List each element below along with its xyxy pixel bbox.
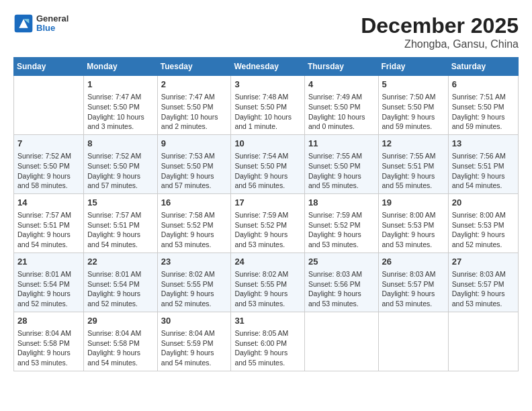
day-cell: 22Sunrise: 8:01 AMSunset: 5:54 PMDayligh…: [84, 253, 158, 312]
day-content: Sunrise: 7:58 AMSunset: 5:52 PMDaylight:…: [161, 210, 228, 250]
header-cell-sunday: Sunday: [14, 58, 84, 76]
day-cell: 25Sunrise: 8:03 AMSunset: 5:56 PMDayligh…: [304, 253, 378, 312]
header-cell-monday: Monday: [84, 58, 158, 76]
calendar-subtitle: Zhongba, Gansu, China: [361, 38, 519, 50]
day-cell: 13Sunrise: 7:56 AMSunset: 5:51 PMDayligh…: [448, 134, 518, 193]
day-content: Sunrise: 7:57 AMSunset: 5:51 PMDaylight:…: [87, 210, 154, 250]
day-content: Sunrise: 8:04 AMSunset: 5:59 PMDaylight:…: [161, 328, 228, 368]
day-content: Sunrise: 7:55 AMSunset: 5:51 PMDaylight:…: [382, 151, 445, 191]
day-content: Sunrise: 7:52 AMSunset: 5:50 PMDaylight:…: [87, 151, 154, 191]
calendar-body: 1Sunrise: 7:47 AMSunset: 5:50 PMDaylight…: [14, 76, 519, 371]
day-cell: 5Sunrise: 7:50 AMSunset: 5:50 PMDaylight…: [378, 76, 448, 135]
day-content: Sunrise: 8:04 AMSunset: 5:58 PMDaylight:…: [17, 328, 80, 368]
day-cell: 16Sunrise: 7:58 AMSunset: 5:52 PMDayligh…: [157, 193, 231, 253]
day-number: 25: [308, 256, 375, 268]
day-cell: 30Sunrise: 8:04 AMSunset: 5:59 PMDayligh…: [157, 312, 231, 371]
day-cell: 26Sunrise: 8:03 AMSunset: 5:57 PMDayligh…: [378, 253, 448, 312]
day-cell: 1Sunrise: 7:47 AMSunset: 5:50 PMDaylight…: [84, 76, 158, 135]
day-number: 21: [17, 256, 80, 268]
day-number: 14: [17, 197, 80, 209]
day-cell: 12Sunrise: 7:55 AMSunset: 5:51 PMDayligh…: [378, 134, 448, 193]
day-content: Sunrise: 7:57 AMSunset: 5:51 PMDaylight:…: [17, 210, 80, 250]
day-cell: 24Sunrise: 8:02 AMSunset: 5:55 PMDayligh…: [231, 253, 305, 312]
day-number: 28: [17, 315, 80, 327]
day-number: 7: [17, 138, 80, 150]
day-content: Sunrise: 8:00 AMSunset: 5:53 PMDaylight:…: [452, 210, 515, 250]
header-cell-tuesday: Tuesday: [157, 58, 231, 76]
day-content: Sunrise: 8:02 AMSunset: 5:55 PMDaylight:…: [161, 269, 228, 309]
day-number: 19: [382, 197, 445, 209]
calendar-header: SundayMondayTuesdayWednesdayThursdayFrid…: [14, 58, 519, 76]
page-header: General Blue December 2025 Zhongba, Gans…: [13, 13, 519, 50]
title-block: December 2025 Zhongba, Gansu, China: [361, 13, 519, 50]
day-number: 24: [234, 256, 301, 268]
day-number: 31: [234, 315, 301, 327]
day-number: 5: [382, 79, 445, 91]
day-cell: 19Sunrise: 8:00 AMSunset: 5:53 PMDayligh…: [378, 193, 448, 253]
logo: General Blue: [13, 13, 69, 34]
day-number: 8: [87, 138, 154, 150]
day-content: Sunrise: 8:01 AMSunset: 5:54 PMDaylight:…: [87, 269, 154, 309]
header-cell-friday: Friday: [378, 58, 448, 76]
day-content: Sunrise: 8:03 AMSunset: 5:56 PMDaylight:…: [308, 269, 375, 309]
day-number: 16: [161, 197, 228, 209]
day-content: Sunrise: 7:50 AMSunset: 5:50 PMDaylight:…: [382, 92, 445, 132]
day-number: 30: [161, 315, 228, 327]
day-content: Sunrise: 7:56 AMSunset: 5:51 PMDaylight:…: [452, 151, 515, 191]
day-number: 9: [161, 138, 228, 150]
week-row-2: 7Sunrise: 7:52 AMSunset: 5:50 PMDaylight…: [14, 134, 519, 193]
week-row-4: 21Sunrise: 8:01 AMSunset: 5:54 PMDayligh…: [14, 253, 519, 312]
day-cell: 21Sunrise: 8:01 AMSunset: 5:54 PMDayligh…: [14, 253, 84, 312]
day-cell: [378, 312, 448, 371]
day-cell: 27Sunrise: 8:03 AMSunset: 5:57 PMDayligh…: [448, 253, 518, 312]
day-cell: 28Sunrise: 8:04 AMSunset: 5:58 PMDayligh…: [14, 312, 84, 371]
day-cell: 11Sunrise: 7:55 AMSunset: 5:50 PMDayligh…: [304, 134, 378, 193]
day-cell: 3Sunrise: 7:48 AMSunset: 5:50 PMDaylight…: [231, 76, 305, 135]
header-row: SundayMondayTuesdayWednesdayThursdayFrid…: [14, 58, 519, 76]
header-cell-saturday: Saturday: [448, 58, 518, 76]
day-number: 4: [308, 79, 375, 91]
day-cell: 29Sunrise: 8:04 AMSunset: 5:58 PMDayligh…: [84, 312, 158, 371]
day-number: 29: [87, 315, 154, 327]
day-number: 13: [452, 138, 515, 150]
day-number: 3: [234, 79, 301, 91]
day-cell: 23Sunrise: 8:02 AMSunset: 5:55 PMDayligh…: [157, 253, 231, 312]
day-cell: 7Sunrise: 7:52 AMSunset: 5:50 PMDaylight…: [14, 134, 84, 193]
day-content: Sunrise: 8:04 AMSunset: 5:58 PMDaylight:…: [87, 328, 154, 368]
day-number: 10: [234, 138, 301, 150]
day-number: 6: [452, 79, 515, 91]
calendar-title: December 2025: [361, 13, 519, 38]
day-cell: 20Sunrise: 8:00 AMSunset: 5:53 PMDayligh…: [448, 193, 518, 253]
day-content: Sunrise: 7:51 AMSunset: 5:50 PMDaylight:…: [452, 92, 515, 132]
header-cell-wednesday: Wednesday: [231, 58, 305, 76]
day-cell: 6Sunrise: 7:51 AMSunset: 5:50 PMDaylight…: [448, 76, 518, 135]
day-cell: 10Sunrise: 7:54 AMSunset: 5:50 PMDayligh…: [231, 134, 305, 193]
logo-icon: [13, 13, 34, 34]
day-number: 23: [161, 256, 228, 268]
day-content: Sunrise: 8:03 AMSunset: 5:57 PMDaylight:…: [382, 269, 445, 309]
day-content: Sunrise: 7:47 AMSunset: 5:50 PMDaylight:…: [161, 92, 228, 132]
day-cell: 4Sunrise: 7:49 AMSunset: 5:50 PMDaylight…: [304, 76, 378, 135]
day-number: 1: [87, 79, 154, 91]
day-cell: 2Sunrise: 7:47 AMSunset: 5:50 PMDaylight…: [157, 76, 231, 135]
logo-general: General: [36, 14, 69, 24]
week-row-1: 1Sunrise: 7:47 AMSunset: 5:50 PMDaylight…: [14, 76, 519, 135]
day-content: Sunrise: 7:53 AMSunset: 5:50 PMDaylight:…: [161, 151, 228, 191]
day-cell: 14Sunrise: 7:57 AMSunset: 5:51 PMDayligh…: [14, 193, 84, 253]
day-content: Sunrise: 8:00 AMSunset: 5:53 PMDaylight:…: [382, 210, 445, 250]
week-row-3: 14Sunrise: 7:57 AMSunset: 5:51 PMDayligh…: [14, 193, 519, 253]
calendar-table: SundayMondayTuesdayWednesdayThursdayFrid…: [13, 57, 519, 371]
day-content: Sunrise: 7:54 AMSunset: 5:50 PMDaylight:…: [234, 151, 301, 191]
day-number: 17: [234, 197, 301, 209]
day-number: 11: [308, 138, 375, 150]
logo-text: General Blue: [36, 14, 69, 34]
day-number: 2: [161, 79, 228, 91]
day-cell: [14, 76, 84, 135]
day-content: Sunrise: 8:01 AMSunset: 5:54 PMDaylight:…: [17, 269, 80, 309]
day-content: Sunrise: 7:48 AMSunset: 5:50 PMDaylight:…: [234, 92, 301, 132]
day-number: 20: [452, 197, 515, 209]
day-cell: 15Sunrise: 7:57 AMSunset: 5:51 PMDayligh…: [84, 193, 158, 253]
day-content: Sunrise: 7:59 AMSunset: 5:52 PMDaylight:…: [234, 210, 301, 250]
day-content: Sunrise: 7:52 AMSunset: 5:50 PMDaylight:…: [17, 151, 80, 191]
day-number: 22: [87, 256, 154, 268]
